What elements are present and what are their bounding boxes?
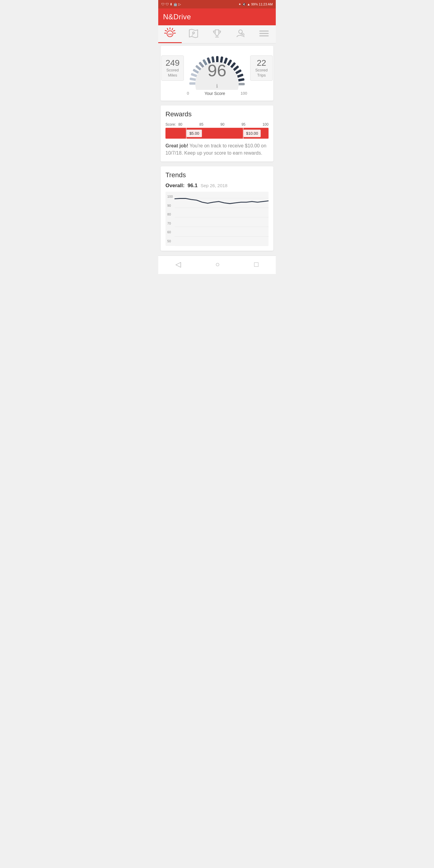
tab-profile[interactable] xyxy=(229,25,252,43)
svg-line-7 xyxy=(165,30,167,31)
svg-text:100: 100 xyxy=(168,33,172,36)
svg-line-6 xyxy=(167,28,168,30)
app-container: 🛡 🛡 ⬇ 🤖 ▷ ✦ 🔇 ▲ 99% 11:23 AM N&Drive 100 xyxy=(158,0,276,868)
reward-5-marker: $5.00 xyxy=(186,128,202,138)
y-60: 60 xyxy=(167,230,173,234)
y-90: 90 xyxy=(167,204,173,207)
app-header: N&Drive xyxy=(158,8,276,25)
status-bar: 🛡 🛡 ⬇ 🤖 ▷ ✦ 🔇 ▲ 99% 11:23 AM xyxy=(158,0,276,8)
map-icon xyxy=(189,29,198,40)
y-80: 80 xyxy=(167,213,173,216)
bluetooth-icon: ✦ xyxy=(239,2,241,6)
time-label: 11:23 AM xyxy=(259,2,273,6)
tab-map[interactable] xyxy=(182,25,205,43)
tab-rewards[interactable] xyxy=(205,25,229,43)
rewards-great-job: Great job! xyxy=(165,143,188,148)
tab-menu[interactable] xyxy=(252,25,276,43)
gauge-min-label: 0 xyxy=(187,91,189,96)
scored-trips-box: 22 Scored Trips xyxy=(250,56,273,81)
svg-line-4 xyxy=(173,30,175,31)
scored-trips-label: Scored Trips xyxy=(254,68,269,78)
scale-80: 80 xyxy=(179,122,182,127)
trends-overall: Overall: 96.1 Sep 26, 2018 xyxy=(165,183,269,189)
reward-10-badge: $10.00 xyxy=(244,130,261,137)
trends-overall-label: Overall: xyxy=(165,183,184,189)
shield2-icon: 🛡 xyxy=(165,2,169,6)
nav-tabs: 100 xyxy=(158,25,276,43)
score-card: 249 Scored Miles xyxy=(161,46,273,101)
chart-svg-wrapper xyxy=(175,195,269,246)
rewards-title: Rewards xyxy=(165,110,269,118)
recents-button[interactable]: □ xyxy=(248,259,265,270)
svg-point-10 xyxy=(193,32,194,34)
your-score-label: Your Score xyxy=(204,91,225,96)
status-left: 🛡 🛡 ⬇ 🤖 ▷ xyxy=(161,2,181,6)
shield-icon: 🛡 xyxy=(161,2,164,6)
rewards-message: Great job! You're on track to receive $1… xyxy=(165,142,269,157)
gauge-labels: 0 Your Score 100 xyxy=(184,91,250,96)
android-icon: 🤖 xyxy=(173,2,178,6)
hamburger-icon xyxy=(259,29,269,39)
scale-90: 90 xyxy=(220,122,224,127)
svg-line-3 xyxy=(172,28,173,30)
profile-icon xyxy=(236,29,245,40)
wifi-icon: ▲ xyxy=(247,2,250,6)
scored-trips-number: 22 xyxy=(254,58,269,68)
battery-label: 99% xyxy=(251,2,258,6)
svg-point-13 xyxy=(239,30,242,33)
reward-5-badge: $5.00 xyxy=(187,130,202,137)
play-icon: ▷ xyxy=(179,2,181,6)
gauge-max-label: 100 xyxy=(241,91,247,96)
info-icon[interactable]: ℹ xyxy=(216,84,218,89)
trends-line-chart xyxy=(175,195,269,246)
scale-85: 85 xyxy=(199,122,204,127)
scored-miles-box: 249 Scored Miles xyxy=(161,56,184,81)
scored-miles-number: 249 xyxy=(165,58,180,68)
trends-chart: 100 90 80 70 60 50 xyxy=(165,192,269,246)
back-button[interactable]: ◁ xyxy=(169,259,187,270)
home-button[interactable]: ○ xyxy=(209,259,226,270)
app-title: N&Drive xyxy=(163,13,191,21)
bottom-nav: ◁ ○ □ xyxy=(158,255,276,274)
trends-card: Trends Overall: 96.1 Sep 26, 2018 100 90… xyxy=(161,166,273,251)
rewards-card: Rewards Score: 80 85 90 95 100 $5.00 xyxy=(161,105,273,161)
trends-title: Trends xyxy=(165,171,269,179)
chart-y-labels: 100 90 80 70 60 50 xyxy=(167,195,173,243)
score-gauge: 96 ℹ xyxy=(184,51,250,90)
status-right: ✦ 🔇 ▲ 99% 11:23 AM xyxy=(239,2,273,6)
trends-overall-score: 96.1 xyxy=(187,183,197,189)
tab-score[interactable]: 100 xyxy=(158,25,182,43)
score-colon-label: Score: xyxy=(165,122,176,127)
scale-95: 95 xyxy=(241,122,245,127)
y-50: 50 xyxy=(167,239,173,243)
reward-10-marker: $10.00 xyxy=(243,128,261,138)
y-70: 70 xyxy=(167,221,173,225)
rewards-bar: $5.00 $10.00 xyxy=(165,128,269,138)
download-icon: ⬇ xyxy=(170,2,173,6)
mute-icon: 🔇 xyxy=(242,2,246,6)
score-icon: 100 xyxy=(164,27,176,41)
scale-100: 100 xyxy=(262,122,269,127)
scored-miles-label: Scored Miles xyxy=(165,68,180,78)
y-100: 100 xyxy=(167,195,173,198)
gauge-score-value: 96 xyxy=(184,62,250,79)
trophy-icon xyxy=(212,29,222,40)
rewards-scale: Score: 80 85 90 95 100 $5.00 xyxy=(165,122,269,138)
trends-date: Sep 26, 2018 xyxy=(200,183,227,188)
score-area: 249 Scored Miles xyxy=(165,51,269,96)
